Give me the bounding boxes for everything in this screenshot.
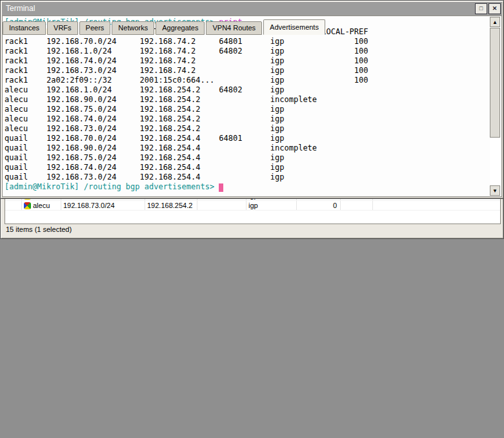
origin-cell: igp: [247, 201, 297, 210]
terminal-scrollbar[interactable]: ▲ ▼: [490, 17, 501, 196]
item-count-text: 15 items (1 selected): [6, 225, 72, 233]
terminal-output[interactable]: [admin@MikroTik] /routing bgp advertisem…: [5, 17, 489, 195]
terminal-text-segment: quail 192.168.90.0/24 192.168.254.4 inco…: [5, 143, 317, 152]
status-bar: 15 items (1 selected): [6, 225, 72, 233]
terminal-window-buttons: □ ✕: [475, 3, 501, 14]
med-cell: [341, 201, 373, 210]
tab-peers[interactable]: Peers: [79, 21, 111, 35]
terminal-text-segment: rack1 2a02:2f09::/32 2001:15c0:664... ig…: [5, 76, 368, 85]
terminal-text-segment: alecu 192.168.1.0/24 192.168.254.2 64802…: [5, 85, 284, 94]
prefix-cell: 192.168.73.0/24: [61, 201, 145, 210]
tab-advertisements[interactable]: Advertisements: [263, 19, 325, 35]
tab-networks[interactable]: Networks: [112, 21, 154, 35]
as-path-cell: [197, 201, 247, 210]
terminal-line: rack1 192.168.1.0/24 192.168.74.2 64802 …: [5, 47, 489, 56]
terminal-cursor: [219, 183, 223, 192]
terminal-line: alecu 192.168.90.0/24 192.168.254.2 inco…: [5, 95, 489, 105]
tab-vpn4-routes[interactable]: VPN4 Routes: [206, 21, 262, 35]
terminal-titlebar[interactable]: Terminal □ ✕: [2, 2, 502, 16]
terminal-text-segment: quail 192.168.73.0/24 192.168.254.4 igp: [5, 172, 284, 182]
terminal-text-segment: rack1 192.168.70.0/24 192.168.74.2 64801…: [5, 37, 368, 46]
maximize-button[interactable]: □: [475, 3, 487, 14]
scroll-down-icon: ▼: [492, 188, 498, 194]
peer-cell: alecu: [22, 201, 61, 210]
scroll-up-button[interactable]: ▲: [490, 17, 500, 27]
table-row[interactable]: alecu192.168.73.0/24192.168.254.2igp0: [5, 201, 500, 211]
terminal-text-segment: alecu 192.168.73.0/24 192.168.254.2 igp: [5, 124, 284, 133]
terminal-text-segment: alecu 192.168.90.0/24 192.168.254.2 inco…: [5, 95, 317, 104]
nexthop-cell: 192.168.254.2: [145, 201, 197, 210]
terminal-line: alecu 192.168.75.0/24 192.168.254.2 igp: [5, 105, 489, 114]
tab-instances[interactable]: Instances: [3, 21, 46, 35]
terminal-line: alecu 192.168.74.0/24 192.168.254.2 igp: [5, 114, 489, 124]
terminal-line: alecu 192.168.73.0/24 192.168.254.2 igp: [5, 124, 489, 134]
terminal-line: rack1 192.168.70.0/24 192.168.74.2 64801…: [5, 37, 489, 47]
terminal-line: quail 192.168.90.0/24 192.168.254.4 inco…: [5, 143, 489, 153]
terminal-text-segment: rack1 192.168.73.0/24 192.168.74.2 igp 1…: [5, 66, 368, 75]
row-filler-cell: [373, 201, 500, 210]
scrollbar-thumb[interactable]: [490, 28, 500, 138]
terminal-text-segment: [admin@MikroTik] /routing bgp advertisem…: [5, 182, 219, 191]
terminal-text-segment: rack1 192.168.74.0/24 192.168.74.2 igp 1…: [5, 56, 368, 65]
peer-name: alecu: [33, 201, 50, 210]
scroll-down-button[interactable]: ▼: [490, 185, 500, 196]
terminal-line: alecu 192.168.1.0/24 192.168.254.2 64802…: [5, 85, 489, 95]
terminal-line: [admin@MikroTik] /routing bgp advertisem…: [5, 182, 489, 192]
local-pref-cell: 0: [297, 201, 341, 210]
terminal-line: quail 192.168.74.0/24 192.168.254.4 igp: [5, 163, 489, 172]
bgp-peer-icon: [24, 202, 31, 209]
terminal-window-title: Terminal: [6, 4, 35, 13]
terminal-body[interactable]: [admin@MikroTik] /routing bgp advertisem…: [2, 16, 502, 197]
terminal-text-segment: alecu 192.168.74.0/24 192.168.254.2 igp: [5, 114, 284, 123]
close-icon: ✕: [492, 2, 498, 16]
terminal-text-segment: rack1 192.168.1.0/24 192.168.74.2 64802 …: [5, 47, 368, 56]
terminal-line: quail 192.168.75.0/24 192.168.254.4 igp: [5, 153, 489, 163]
scroll-up-icon: ▲: [492, 19, 498, 25]
terminal-line: rack1 192.168.74.0/24 192.168.74.2 igp 1…: [5, 56, 489, 66]
terminal-line: quail 192.168.70.0/24 192.168.254.4 6480…: [5, 134, 489, 143]
terminal-text-segment: quail 192.168.75.0/24 192.168.254.4 igp: [5, 153, 284, 162]
terminal-line: rack1 2a02:2f09::/32 2001:15c0:664... ig…: [5, 76, 489, 85]
close-button[interactable]: ✕: [489, 3, 501, 14]
terminal-text-segment: quail 192.168.70.0/24 192.168.254.4 6480…: [5, 134, 284, 143]
terminal-text-segment: quail 192.168.74.0/24 192.168.254.4 igp: [5, 163, 284, 172]
tab-aggregates[interactable]: Aggregates: [156, 21, 205, 35]
terminal-line: quail 192.168.73.0/24 192.168.254.4 igp: [5, 172, 489, 182]
terminal-text-segment: alecu 192.168.75.0/24 192.168.254.2 igp: [5, 105, 284, 114]
tab-vrfs[interactable]: VRFs: [47, 21, 78, 35]
maximize-icon: □: [479, 2, 483, 16]
row-gutter-cell: [5, 201, 22, 210]
terminal-line: rack1 192.168.73.0/24 192.168.74.2 igp 1…: [5, 66, 489, 76]
